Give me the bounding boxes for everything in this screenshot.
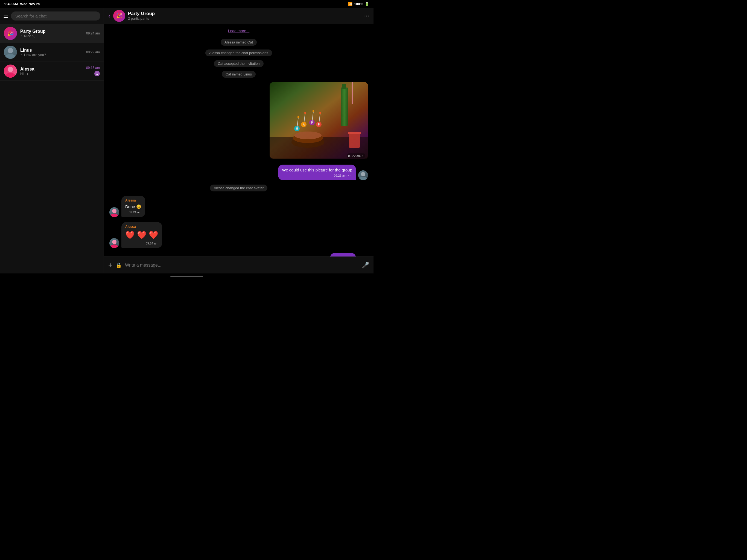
bubble-in-1: Alessa Done 😊 09:24 am [121, 196, 145, 217]
unread-badge-alessa: 1 [94, 71, 100, 76]
app-container: ☰ 🎉 Party Group ✓ Nice :-) 09:24 am [0, 8, 374, 274]
chat-item-party-group[interactable]: 🎉 Party Group ✓ Nice :-) 09:24 am [0, 24, 104, 43]
sender-name-2: Alessa [125, 225, 158, 229]
sender-avatar-out-1 [358, 170, 368, 180]
system-msg-3: Cat accepted the invitation [214, 60, 263, 67]
status-date: Wed Nov 25 [20, 2, 40, 6]
image-timestamp: 09:22 am ✓ [347, 153, 365, 158]
chat-name-alessa: Alessa [20, 67, 83, 72]
status-bar: 9:49 AM Wed Nov 25 📶 100% 🔋 [0, 0, 374, 8]
load-more-link[interactable]: Load more... [228, 29, 250, 33]
more-options-button[interactable]: ··· [364, 12, 369, 19]
header-participants: 2 participants [128, 17, 364, 21]
avatar-party-group: 🎉 [4, 27, 17, 40]
chat-info-party-group: Party Group ✓ Nice :-) [20, 29, 83, 38]
check-icon-party: ✓ [20, 34, 23, 38]
status-time: 9:49 AM [4, 2, 18, 6]
svg-point-1 [5, 54, 15, 59]
chat-meta-alessa: 09:15 am 1 [86, 66, 100, 76]
sender-name-1: Alessa [125, 198, 141, 203]
chat-preview-party-group: ✓ Nice :-) [20, 34, 83, 38]
messages-area[interactable]: Load more... Alessa invited Cat Alessa c… [104, 24, 374, 256]
sender-avatar-alessa-1 [109, 207, 119, 217]
system-msg-4: Cat invited Linus [222, 71, 256, 78]
msg-time-1: 09:23 am ✓✓ [282, 174, 352, 178]
chat-item-alessa[interactable]: Alessa Hi :-) 09:15 am 1 [0, 62, 104, 81]
add-attachment-button[interactable]: + [108, 261, 112, 269]
msg-text-in-2: ❤️ ❤️ ❤️ [125, 230, 158, 240]
sidebar-header: ☰ [0, 8, 104, 24]
msg-text-1: We could use this picture for the group [282, 167, 352, 173]
incoming-msg-1: Alessa Done 😊 09:24 am [109, 196, 368, 217]
avatar-alessa [4, 65, 17, 78]
svg-point-32 [359, 177, 367, 180]
check-icon-linus: ✓ [20, 53, 23, 57]
home-indicator [170, 276, 203, 277]
battery-icon: 🔋 [365, 2, 369, 6]
bubble-in-2: Alessa ❤️ ❤️ ❤️ 09:24 am [121, 222, 162, 248]
chat-time-alessa: 09:15 am [86, 66, 100, 70]
svg-point-35 [112, 240, 117, 244]
system-msg-avatar: Alessa changed the chat avatar [210, 184, 267, 192]
bubble-out-2: Nice :-) 09:24 am ✓✓ [330, 253, 356, 256]
chat-preview-alessa: Hi :-) [20, 72, 83, 76]
svg-rect-30 [269, 82, 368, 159]
back-button[interactable]: ‹ [108, 12, 110, 20]
svg-point-3 [5, 73, 15, 78]
svg-point-36 [110, 245, 118, 248]
msg-time-in-1: 09:24 am [125, 210, 141, 214]
chat-list: 🎉 Party Group ✓ Nice :-) 09:24 am [0, 24, 104, 274]
sidebar: ☰ 🎉 Party Group ✓ Nice :-) 09:24 am [0, 8, 104, 274]
check-mark-img: ✓ [361, 154, 364, 157]
image-message-wrapper: H A P P [109, 82, 368, 160]
incoming-msg-2: Alessa ❤️ ❤️ ❤️ 09:24 am [109, 222, 368, 248]
chat-panel: ‹ 🎉 Party Group 2 participants ··· Load … [104, 8, 374, 274]
bubble-out-1: We could use this picture for the group … [278, 164, 356, 180]
chat-time-party-group: 09:24 am [86, 31, 100, 35]
image-message[interactable]: H A P P [269, 82, 368, 160]
header-name: Party Group [128, 11, 364, 17]
chat-time-linus: 09:22 am [86, 50, 100, 54]
system-msg-1: Alessa invited Cat [221, 39, 257, 46]
sender-avatar-alessa-2 [109, 238, 119, 248]
menu-icon[interactable]: ☰ [3, 12, 8, 19]
header-avatar: 🎉 [113, 10, 125, 22]
svg-point-33 [112, 209, 117, 213]
wifi-icon: 📶 [348, 2, 353, 6]
header-info: Party Group 2 participants [128, 11, 364, 21]
outgoing-msg-1: We could use this picture for the group … [109, 164, 368, 180]
message-input[interactable] [125, 263, 358, 268]
party-image-svg: H A P P [269, 82, 368, 159]
msg-time-in-2: 09:24 am [125, 241, 158, 246]
microphone-button[interactable]: 🎤 [362, 262, 369, 269]
double-check-1: ✓✓ [347, 174, 352, 178]
svg-point-0 [8, 48, 13, 53]
chat-info-linus: Linus ✓ How are you? [20, 48, 83, 57]
chat-name-party-group: Party Group [20, 29, 83, 34]
bottom-bar [0, 274, 374, 280]
input-area: + 🔒 🎤 [104, 256, 374, 274]
chat-item-linus[interactable]: Linus ✓ How are you? 09:22 am [0, 43, 104, 62]
svg-point-31 [361, 172, 365, 176]
chat-header: ‹ 🎉 Party Group 2 participants ··· [104, 8, 374, 24]
chat-meta-linus: 09:22 am [86, 50, 100, 54]
outgoing-msg-2: Nice :-) 09:24 am ✓✓ [109, 253, 368, 256]
search-input[interactable] [11, 11, 100, 21]
svg-point-2 [8, 67, 13, 72]
load-more-section: Load more... [109, 28, 368, 33]
chat-info-alessa: Alessa Hi :-) [20, 67, 83, 76]
msg-text-2: Nice :-) [334, 255, 352, 256]
chat-preview-linus: ✓ How are you? [20, 53, 83, 57]
lock-icon: 🔒 [115, 262, 122, 268]
svg-point-34 [110, 213, 118, 217]
chat-name-linus: Linus [20, 48, 83, 53]
chat-meta-party-group: 09:24 am [86, 31, 100, 35]
system-msg-2: Alessa changed the chat permissions [205, 50, 272, 56]
msg-text-in-1: Done 😊 [125, 204, 141, 209]
battery-percent: 100% [354, 2, 363, 6]
avatar-linus [4, 46, 17, 59]
